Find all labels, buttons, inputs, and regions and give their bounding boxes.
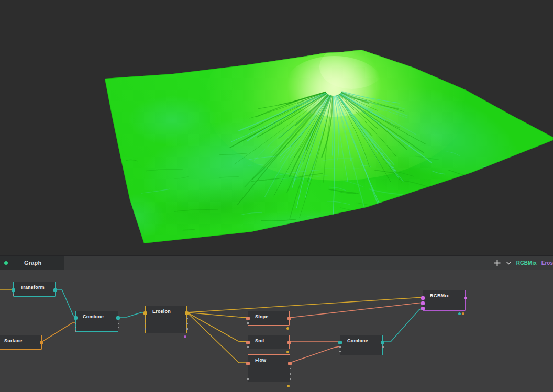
node-label: Transform <box>20 285 45 290</box>
port-input[interactable] <box>247 346 249 348</box>
chevron-down-icon <box>506 261 512 265</box>
port-input[interactable] <box>143 311 147 315</box>
tab-status-dot <box>4 261 8 265</box>
port-output[interactable] <box>382 346 384 348</box>
node-label: Combine <box>83 314 104 319</box>
node-label: Erosion <box>152 309 171 314</box>
port-input[interactable] <box>246 317 250 320</box>
node-status-dot <box>458 312 461 315</box>
tab-graph-label: Graph <box>24 260 41 266</box>
port-input[interactable] <box>339 346 341 348</box>
port-output[interactable] <box>40 341 43 344</box>
node-status-dot <box>286 351 289 353</box>
port-output[interactable] <box>186 328 188 330</box>
port-input[interactable] <box>421 301 425 305</box>
port-output[interactable] <box>118 327 119 328</box>
port-input[interactable] <box>339 351 341 352</box>
port-input[interactable] <box>338 341 342 344</box>
tabbar-controls: RGBMix Eros <box>493 256 553 270</box>
node-erosion[interactable]: Erosion <box>145 306 187 333</box>
port-output[interactable] <box>185 311 189 315</box>
node-layer: TransformCombineSurfaceErosionSlopeSoilF… <box>0 270 553 392</box>
node-label: Slope <box>255 314 269 319</box>
port-output[interactable] <box>290 373 291 375</box>
node-rgbmix[interactable]: RGBMix <box>423 290 466 311</box>
node-label: RGBMix <box>430 293 449 298</box>
node-label: Soil <box>255 338 264 343</box>
add-node-button[interactable] <box>493 259 501 267</box>
port-output[interactable] <box>287 341 291 344</box>
port-input[interactable] <box>421 296 425 300</box>
3d-viewport[interactable] <box>0 0 553 255</box>
port-output[interactable] <box>381 341 384 344</box>
node-status-dot <box>287 385 290 387</box>
node-combine-2[interactable]: Combine <box>340 335 383 355</box>
breadcrumb-rgbmix[interactable]: RGBMix <box>516 260 537 266</box>
node-label: Flow <box>255 357 266 363</box>
port-output[interactable] <box>116 316 120 320</box>
port-input[interactable] <box>421 307 425 310</box>
port-output[interactable] <box>288 362 292 365</box>
port-input[interactable] <box>145 328 146 330</box>
plus-icon <box>493 259 501 267</box>
port-input[interactable] <box>12 288 15 292</box>
port-output[interactable] <box>118 323 119 324</box>
node-status-dot <box>184 335 186 338</box>
node-label: Surface <box>4 338 22 343</box>
port-input[interactable] <box>75 327 76 328</box>
node-status-dot <box>462 312 464 315</box>
node-combine-1[interactable]: Combine <box>75 311 118 332</box>
port-output[interactable] <box>290 368 291 369</box>
graph-panel-tabbar: Graph RGBMix Eros <box>0 255 553 270</box>
port-input[interactable] <box>246 362 250 365</box>
port-output[interactable] <box>186 318 188 319</box>
port-output[interactable] <box>186 323 188 324</box>
node-slope[interactable]: Slope <box>248 311 290 326</box>
port-input[interactable] <box>13 294 14 296</box>
node-transform[interactable]: Transform <box>13 282 56 297</box>
dropdown-button[interactable] <box>506 261 512 265</box>
node-flow[interactable]: Flow <box>248 354 290 382</box>
node-graph-canvas[interactable]: TransformCombineSurfaceErosionSlopeSoilF… <box>0 270 553 392</box>
node-surface[interactable]: Surface <box>0 335 42 350</box>
port-input[interactable] <box>246 341 250 344</box>
port-input[interactable] <box>75 323 76 324</box>
node-label: Combine <box>347 338 368 343</box>
port-output[interactable] <box>464 297 467 299</box>
tab-graph[interactable]: Graph <box>0 256 64 270</box>
port-input[interactable] <box>247 322 249 324</box>
port-input[interactable] <box>75 330 76 332</box>
port-input[interactable] <box>74 316 78 320</box>
port-output[interactable] <box>290 378 291 380</box>
port-input[interactable] <box>247 378 249 380</box>
node-status-dot <box>286 327 289 330</box>
terrain-render <box>0 0 553 255</box>
port-output[interactable] <box>53 288 57 292</box>
port-output[interactable] <box>287 317 291 320</box>
port-input[interactable] <box>145 318 146 319</box>
port-input[interactable] <box>145 323 146 324</box>
breadcrumb-erosion[interactable]: Eros <box>541 260 553 266</box>
node-soil[interactable]: Soil <box>248 335 290 349</box>
